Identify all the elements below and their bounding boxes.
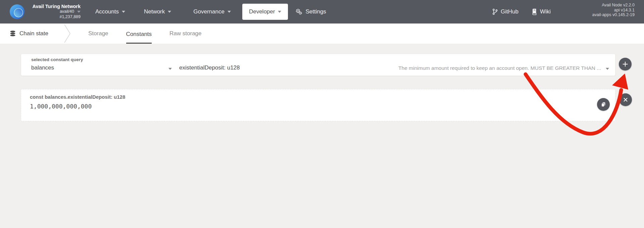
chain-state-subnav: Chain state Storage Constants Raw storag… (0, 24, 644, 44)
menu-accounts[interactable]: Accounts (95, 8, 125, 15)
tab-raw-storage[interactable]: Raw storage (169, 24, 201, 44)
result-value: 1,000,000,000,000 (30, 103, 92, 110)
close-result-button[interactable] (619, 93, 632, 106)
wiki-link[interactable]: Wiki (531, 8, 551, 15)
chain-spec-label: avail/40 (60, 9, 74, 14)
tab-storage[interactable]: Storage (88, 24, 108, 44)
plus-icon (622, 61, 628, 67)
chevron-down-icon (168, 11, 171, 13)
pallet-dropdown[interactable]: selected constant query balances (21, 54, 191, 76)
result-title: const balances.existentialDeposit: u128 (30, 94, 125, 100)
section-label: Chain state (19, 30, 48, 37)
chevron-down-icon (168, 68, 172, 70)
node-version: Avail Node v2.2.0 (592, 3, 635, 8)
menu-network[interactable]: Network (144, 8, 171, 15)
menu-developer-active[interactable]: Developer (242, 4, 288, 20)
menu-accounts-label: Accounts (95, 8, 119, 15)
chevron-down-icon (77, 11, 81, 13)
menu-settings[interactable]: Settings (295, 8, 326, 15)
menu-settings-label: Settings (305, 8, 326, 15)
book-icon (531, 8, 537, 15)
top-navigation-bar: Avail Turing Network avail/40 #1,237,889… (0, 0, 644, 24)
add-query-button[interactable] (619, 58, 632, 71)
wiki-link-label: Wiki (540, 8, 551, 15)
section-chain-state: Chain state (9, 24, 48, 44)
gears-icon (295, 8, 302, 15)
git-branch-icon (492, 8, 498, 15)
breadcrumb-separator (63, 24, 72, 43)
apps-version: avail-apps v0.145.2-19 (592, 12, 635, 17)
chevron-down-icon (228, 11, 231, 13)
constant-dropdown[interactable]: existentialDeposit: u128 The minimum amo… (191, 54, 615, 76)
external-links: GitHub Wiki (492, 8, 551, 15)
copy-icon (600, 101, 606, 107)
constant-description: The minimum amount required to keep an a… (398, 65, 601, 71)
network-info: Avail Turing Network avail/40 #1,237,889 (30, 4, 81, 19)
github-link[interactable]: GitHub (492, 8, 518, 15)
copy-button[interactable] (597, 98, 610, 111)
selected-constant: existentialDeposit: u128 (179, 64, 240, 71)
network-brand[interactable]: Avail Turing Network avail/40 #1,237,889 (9, 4, 81, 19)
version-info: Avail Node v2.2.0 api v14.3.1 avail-apps… (592, 3, 635, 17)
database-icon (9, 30, 16, 37)
api-version: api v14.3.1 (592, 8, 635, 13)
github-link-label: GitHub (501, 8, 518, 15)
network-name: Avail Turing Network (30, 4, 81, 9)
query-result-row: const balances.existentialDeposit: u128 … (21, 89, 615, 121)
query-label: selected constant query (31, 57, 83, 62)
chevron-down-icon (606, 68, 609, 70)
selected-pallet: balances (31, 64, 54, 71)
menu-governance-label: Governance (193, 8, 225, 15)
avail-logo-icon (9, 4, 25, 19)
main-content: selected constant query balances existen… (0, 44, 644, 228)
chevron-down-icon (122, 11, 125, 13)
constant-query-card: selected constant query balances existen… (21, 54, 615, 76)
tab-constants[interactable]: Constants (126, 24, 152, 44)
tab-bar: Storage Constants Raw storage (88, 24, 202, 44)
main-menu: Accounts Network Governance Developer (81, 4, 326, 20)
menu-network-label: Network (144, 8, 165, 15)
close-icon (623, 97, 628, 102)
best-block-number: #1,237,889 (30, 15, 81, 19)
chevron-down-icon (278, 11, 281, 13)
menu-developer-label: Developer (249, 8, 275, 15)
menu-governance[interactable]: Governance (193, 8, 231, 15)
